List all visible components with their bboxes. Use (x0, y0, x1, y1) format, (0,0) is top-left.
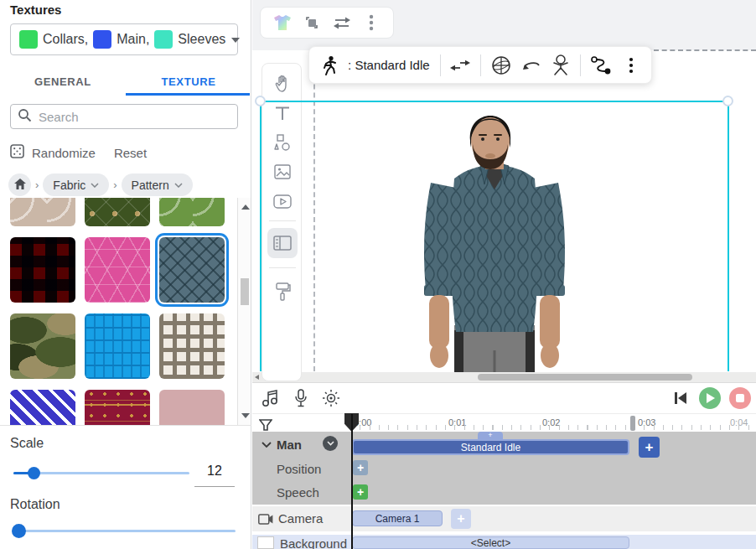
selection-box-top[interactable] (260, 101, 729, 102)
texture-swatch-green-rings[interactable] (159, 198, 225, 226)
texture-swatch-red-navy-plaid[interactable] (10, 237, 75, 303)
pose-figure-icon[interactable] (551, 54, 570, 76)
collapse-chevron-icon[interactable] (261, 442, 272, 448)
selection-box-left[interactable] (260, 101, 261, 371)
collars-label: Collars, (43, 32, 88, 47)
scroll-down-arrow[interactable] (241, 413, 250, 418)
tab-general[interactable]: GENERAL (0, 65, 126, 96)
texture-swatch-pink-hex[interactable] (85, 237, 150, 303)
breadcrumb-separator: › (113, 179, 117, 191)
timeline-toolbar (252, 383, 756, 413)
clip-standard-idle[interactable]: Standard Idle (352, 439, 629, 455)
recolor-shirt-icon[interactable] (272, 13, 293, 33)
timeline-ruler[interactable]: 0:00 0:01 0:02 0:03 0:04 (252, 413, 756, 432)
texture-target-dropdown[interactable]: Collars, Main, Sleeves (10, 23, 238, 55)
image-tool[interactable] (267, 157, 298, 187)
search-box (10, 104, 238, 129)
breadcrumb-home-button[interactable] (8, 174, 31, 196)
track-options-button[interactable] (323, 436, 338, 451)
shapes-tool[interactable] (267, 127, 298, 158)
rotate-ccw-icon[interactable] (521, 54, 541, 76)
texture-swatch-blue-chevron[interactable] (10, 390, 75, 425)
clip-background-select[interactable]: <Select> (352, 536, 629, 549)
randomize-button[interactable]: Randomize (10, 144, 96, 161)
paint-tool[interactable] (267, 277, 298, 307)
pan-tool[interactable] (267, 69, 298, 99)
character-man[interactable] (402, 99, 587, 372)
canvas-horizontal-scrollbar[interactable] (252, 372, 756, 382)
scale-slider-thumb[interactable] (28, 467, 40, 479)
dice-icon (10, 144, 24, 161)
breadcrumb: › Fabric › Pattern (8, 174, 193, 196)
selection-handle-top-right[interactable] (722, 96, 733, 106)
add-camera-button[interactable]: + (451, 509, 471, 529)
scene-top-boundary (654, 49, 756, 51)
texture-swatch-beige-circles[interactable] (10, 198, 75, 226)
search-input[interactable] (39, 110, 230, 124)
panel-title: Textures (10, 3, 61, 17)
breadcrumb-pattern-label: Pattern (132, 179, 169, 192)
swap-arrows-icon[interactable] (332, 13, 352, 33)
texture-swatch-maroon-ikat[interactable] (85, 390, 150, 425)
tool-rail-divider (269, 220, 296, 221)
breadcrumb-separator: › (35, 179, 39, 191)
rotation-slider-thumb[interactable] (12, 524, 26, 538)
scrollbar-thumb[interactable] (241, 278, 249, 305)
toolbar-divider (440, 54, 441, 76)
track-man: Man + Standard Idle + Position + Speech … (252, 432, 756, 505)
texture-swatch-teal-trellis-selected[interactable] (159, 237, 225, 303)
texture-swatch-gray-maze[interactable] (159, 313, 225, 379)
texture-swatch-camouflage[interactable] (10, 313, 75, 379)
texture-swatch-rose-plain[interactable] (159, 390, 225, 425)
move-horizontal-icon[interactable] (450, 54, 470, 76)
scale-slider[interactable] (13, 467, 189, 479)
microphone-icon[interactable] (291, 388, 311, 408)
scroll-left-arrow[interactable] (255, 375, 259, 380)
running-man-icon (321, 54, 338, 76)
more-options-icon[interactable] (623, 54, 639, 76)
scrollbar-thumb[interactable] (478, 374, 692, 381)
clip-label: <Select> (471, 537, 510, 549)
texture-swatch-green-quilt[interactable] (85, 198, 150, 226)
playhead-line (351, 414, 353, 549)
selection-box-right[interactable] (728, 101, 729, 371)
scene-left-boundary (313, 51, 315, 371)
music-icon[interactable] (261, 388, 281, 408)
side-panel-icon (273, 236, 292, 251)
video-tool[interactable] (267, 186, 298, 216)
sleeves-label: Sleeves (178, 32, 225, 47)
scale-value-field[interactable]: 12 (194, 464, 235, 487)
add-speech-button[interactable]: + (353, 484, 368, 500)
text-tool[interactable] (267, 98, 298, 128)
more-options-icon[interactable] (361, 13, 381, 33)
brightness-icon[interactable] (321, 388, 341, 408)
breadcrumb-pattern[interactable]: Pattern (122, 174, 193, 196)
bring-forward-icon[interactable] (302, 13, 322, 33)
selection-handle-top-left[interactable] (255, 96, 266, 106)
add-position-keyframe-button[interactable]: + (353, 460, 368, 475)
clip-camera-1[interactable]: Camera 1 (352, 510, 443, 526)
stage-canvas[interactable]: : Standard Idle (252, 0, 756, 382)
skip-to-start-button[interactable] (671, 388, 691, 408)
add-clip-button[interactable]: + (639, 437, 660, 458)
texture-panel: Textures Collars, Main, Sleeves GENERAL … (0, 0, 251, 549)
background-color-swatch (257, 536, 274, 549)
panels-tool-active[interactable] (267, 228, 298, 258)
rotation-slider[interactable] (13, 525, 236, 536)
rotate-3d-sphere-icon[interactable] (491, 54, 511, 76)
motion-path-icon[interactable] (591, 54, 613, 76)
image-icon (274, 164, 291, 179)
object-toolbar (260, 7, 394, 39)
reset-button[interactable]: Reset (114, 146, 147, 160)
texture-swatch-blue-tiles[interactable] (85, 313, 150, 379)
play-button[interactable] (699, 387, 721, 409)
add-animation-tab[interactable]: + (478, 432, 503, 439)
search-icon (18, 108, 32, 126)
track-background: Background <Select> (252, 535, 756, 549)
stop-button[interactable] (729, 387, 751, 409)
scroll-up-arrow[interactable] (241, 205, 250, 210)
scene-end-marker[interactable] (630, 416, 635, 431)
tab-texture[interactable]: TEXTURE (126, 65, 251, 96)
breadcrumb-fabric[interactable]: Fabric (43, 174, 109, 196)
panel-tabs: GENERAL TEXTURE (0, 65, 251, 96)
